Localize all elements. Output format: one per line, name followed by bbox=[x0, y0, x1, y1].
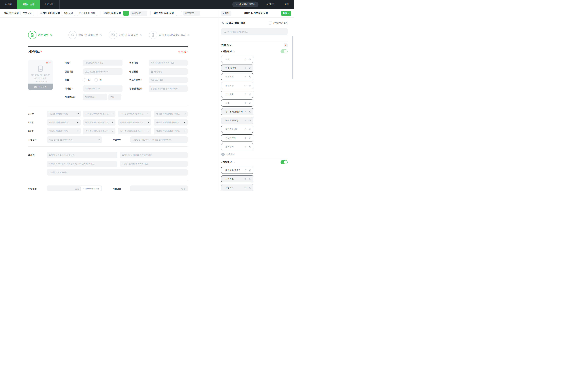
wish1-field-select[interactable]: 분야를 선택입력해주세요. bbox=[83, 111, 115, 117]
selected-only-checkbox[interactable] bbox=[269, 21, 272, 24]
referrer-relation-input[interactable] bbox=[120, 152, 188, 158]
form-tab-education-career[interactable]: 학력 및 경력사항 ✎ bbox=[68, 31, 102, 39]
wish2-target-select[interactable]: 지망을 선택해주세요 bbox=[47, 119, 81, 126]
star-icon[interactable]: ☆ bbox=[244, 136, 247, 139]
load-button[interactable]: 불러오기 bbox=[262, 0, 280, 9]
chip-mobile[interactable]: 핸드폰 번호(필수*) ★ bbox=[221, 108, 253, 115]
pencil-icon[interactable]: ✎ bbox=[100, 34, 102, 37]
form-tab-basic-info[interactable]: 기본정보 ✎ bbox=[28, 31, 52, 39]
star-icon[interactable]: ☆ bbox=[233, 50, 235, 53]
chip-birthdate[interactable]: 생년월일 ☆ bbox=[221, 91, 253, 98]
gear-icon[interactable] bbox=[249, 137, 251, 139]
gear-icon[interactable] bbox=[249, 119, 251, 122]
referrer-note-input[interactable] bbox=[47, 169, 188, 176]
wish1-region-select[interactable]: 지역을 선택입력해주세요. bbox=[154, 111, 188, 117]
section-basic-toggle[interactable] bbox=[280, 49, 288, 53]
english-name-input[interactable] bbox=[149, 60, 188, 66]
logo-register-button[interactable]: 로고 등록 bbox=[21, 11, 34, 16]
emergency-contact-input[interactable] bbox=[83, 94, 107, 100]
section-apply-toggle[interactable] bbox=[280, 160, 288, 164]
pencil-icon[interactable]: ✎ bbox=[50, 34, 52, 37]
add-item-button[interactable]: + 항목추가 bbox=[221, 152, 288, 157]
apply-path-select[interactable]: 지원경로를 선택해주세요. bbox=[47, 136, 102, 143]
star-icon[interactable]: ☆ bbox=[244, 178, 247, 180]
gear-icon[interactable] bbox=[249, 187, 251, 189]
template-name-button[interactable]: ✎ 새 지원서 템플릿 bbox=[232, 1, 258, 7]
chip-telephone[interactable]: 일반전화번호 ☆ bbox=[221, 126, 253, 133]
wish2-field-select[interactable]: 분야를 선택입력해주세요. bbox=[83, 119, 115, 126]
relation-input[interactable] bbox=[108, 94, 121, 100]
tab-exit[interactable]: 나가기 bbox=[0, 0, 17, 9]
hanja-name-input[interactable] bbox=[83, 68, 123, 75]
birthdate-input[interactable] bbox=[149, 68, 188, 75]
star-icon[interactable]: ☆ bbox=[244, 84, 247, 87]
wish1-job-select[interactable]: 직무를 선택입력해주세요. bbox=[118, 111, 151, 117]
field-search[interactable] bbox=[221, 28, 288, 35]
company-policy-checkbox[interactable]: ✓ 회사 내규에 따름 bbox=[80, 186, 101, 191]
gear-icon[interactable] bbox=[249, 93, 251, 95]
star-icon[interactable]: ★ bbox=[244, 119, 247, 122]
star-icon[interactable]: ☆ bbox=[244, 128, 247, 131]
gear-icon[interactable] bbox=[249, 67, 251, 69]
tab-application-settings[interactable]: 지원서 설정 bbox=[17, 0, 40, 9]
chip-gender[interactable]: 성별 ☆ bbox=[221, 99, 253, 107]
gear-icon[interactable] bbox=[249, 169, 251, 171]
star-icon[interactable]: ★ bbox=[244, 110, 247, 113]
panel-scrollbar[interactable] bbox=[292, 36, 293, 79]
mobile-input[interactable] bbox=[149, 77, 188, 83]
chip-english-name[interactable]: 영문이름 ☆ bbox=[221, 73, 253, 80]
star-icon[interactable]: ☆ bbox=[233, 161, 235, 164]
add-group-button[interactable]: + bbox=[284, 43, 288, 47]
gear-icon[interactable] bbox=[249, 102, 251, 104]
star-icon[interactable]: ☆ bbox=[244, 169, 247, 172]
previous-salary-input[interactable] bbox=[130, 185, 188, 191]
form-tab-cover-letter[interactable]: 자기소개서/역량기술서 ✎ bbox=[149, 31, 189, 39]
referrer-name-input[interactable] bbox=[47, 152, 117, 158]
star-icon[interactable]: ☆ bbox=[244, 186, 247, 189]
star-icon[interactable]: ☆ bbox=[244, 58, 247, 61]
pencil-icon[interactable]: ✎ bbox=[188, 34, 189, 37]
wish2-region-select[interactable]: 지역을 선택입력해주세요. bbox=[154, 119, 188, 126]
wish3-target-select[interactable]: 지망을 선택해주세요 bbox=[47, 128, 81, 134]
field-search-input[interactable] bbox=[227, 30, 285, 33]
gender-female-radio[interactable] bbox=[94, 78, 98, 82]
referrer-org-input[interactable] bbox=[120, 161, 188, 167]
brand-color-hex-input[interactable]: #40C057 bbox=[130, 11, 147, 16]
name-input[interactable] bbox=[83, 60, 123, 66]
next-step-button[interactable]: 다음 › bbox=[281, 11, 291, 16]
email-input[interactable] bbox=[83, 85, 123, 92]
star-icon[interactable]: ☆ bbox=[244, 75, 247, 78]
chip-bonus-code[interactable]: 가점코드 ☆ bbox=[221, 184, 253, 191]
chip-email[interactable]: 이메일(필수*) ★ bbox=[221, 117, 253, 124]
direct-register-button[interactable]: 직접 등록 bbox=[62, 11, 75, 16]
chip-add-field[interactable]: 항목추가 ☆ bbox=[221, 143, 253, 150]
chip-hanja-name[interactable]: 한문이름 ☆ bbox=[221, 82, 253, 89]
gear-icon[interactable] bbox=[249, 146, 251, 148]
star-icon[interactable]: ☆ bbox=[244, 93, 247, 96]
button-font-color-swatch[interactable] bbox=[176, 11, 182, 16]
chip-name[interactable]: 이름(필수*) ★ bbox=[221, 65, 253, 72]
gear-icon[interactable] bbox=[249, 85, 251, 87]
chip-apply-field[interactable]: 지원분야(필수*) ☆ bbox=[221, 167, 253, 174]
gear-icon[interactable] bbox=[249, 178, 251, 180]
referrer-contact-input[interactable] bbox=[47, 161, 117, 167]
wish2-job-select[interactable]: 직무를 선택입력해주세요. bbox=[118, 119, 151, 126]
chip-emergency-contact[interactable]: 긴급연락처 ☆ bbox=[221, 135, 253, 141]
brand-color-swatch[interactable] bbox=[123, 11, 129, 16]
star-icon[interactable]: ★ bbox=[244, 67, 247, 69]
pencil-icon[interactable]: ✎ bbox=[140, 34, 142, 37]
button-font-color-hex-input[interactable]: #FFFFFF bbox=[183, 11, 200, 16]
gear-icon[interactable] bbox=[249, 58, 251, 61]
form-tab-language-license[interactable]: 어학 및 자격정보 ✎ bbox=[109, 31, 142, 39]
tab-preview[interactable]: 미리보기 bbox=[40, 0, 59, 9]
wish3-job-select[interactable]: 직무를 선택입력해주세요. bbox=[118, 128, 151, 134]
bonus-code-input[interactable] bbox=[130, 136, 188, 143]
save-button[interactable]: 저장 bbox=[280, 0, 294, 9]
star-icon[interactable]: ☆ bbox=[244, 102, 247, 105]
previous-step-button[interactable]: ‹ 이전 bbox=[221, 11, 231, 16]
wish3-region-select[interactable]: 지역을 선택입력해주세요. bbox=[154, 128, 188, 134]
chip-apply-path[interactable]: 지원경로 ☆ bbox=[221, 175, 253, 182]
wish1-target-select[interactable]: * 지망을 선택해주세요 bbox=[47, 111, 81, 117]
gear-icon[interactable] bbox=[249, 76, 251, 78]
gender-male-radio[interactable] bbox=[83, 78, 86, 82]
